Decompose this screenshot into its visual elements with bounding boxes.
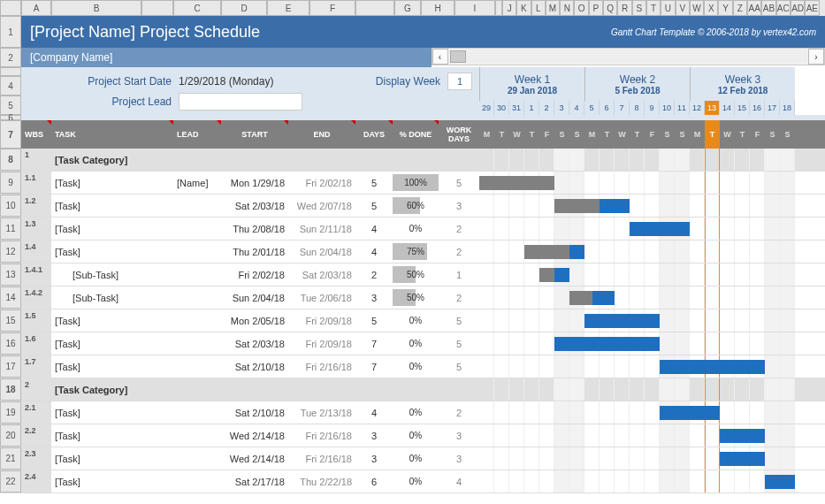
days-cell[interactable]: 5 <box>355 309 393 332</box>
row-number[interactable]: 18 <box>0 378 21 401</box>
header-days[interactable]: DAYS <box>355 120 393 149</box>
col-letter[interactable]: AD <box>791 0 805 16</box>
workdays-cell[interactable]: 3 <box>439 447 479 470</box>
project-lead-input[interactable] <box>179 93 302 111</box>
days-cell[interactable]: 4 <box>355 401 393 424</box>
col-letter[interactable] <box>495 0 502 16</box>
row-number[interactable]: 13 <box>0 263 21 286</box>
done-cell[interactable]: 0% <box>393 424 439 447</box>
col-letter[interactable]: AB <box>761 0 775 16</box>
task-cell[interactable]: [Sub-Task] <box>51 263 173 286</box>
col-letter[interactable]: V <box>676 0 690 16</box>
task-cell[interactable]: [Task] <box>51 447 173 470</box>
workdays-cell[interactable]: 4 <box>439 470 479 493</box>
task-cell[interactable]: [Task] <box>51 355 173 378</box>
row-number[interactable]: 20 <box>0 424 21 447</box>
scroll-right-button[interactable]: › <box>808 49 824 65</box>
row-number[interactable]: 2 <box>0 48 21 67</box>
wbs-cell[interactable]: 2.1 <box>21 401 51 424</box>
col-letter[interactable]: AE <box>805 0 819 16</box>
week-scrollbar[interactable]: ‹ › <box>432 48 826 65</box>
col-letter[interactable]: T <box>646 0 661 16</box>
col-letter[interactable]: R <box>617 0 631 16</box>
task-cell[interactable]: [Task] <box>51 470 173 493</box>
col-letter[interactable]: U <box>661 0 675 16</box>
done-cell[interactable]: 0% <box>393 218 439 240</box>
days-cell[interactable]: 5 <box>355 172 393 194</box>
task-cell[interactable]: [Task] <box>51 332 173 355</box>
start-cell[interactable]: Fri 2/02/18 <box>221 263 288 286</box>
start-cell[interactable]: Thu 2/08/18 <box>221 218 288 240</box>
row-number[interactable]: 21 <box>0 447 21 470</box>
col-letter[interactable]: A <box>21 0 51 16</box>
days-cell[interactable]: 4 <box>355 218 393 240</box>
lead-cell[interactable] <box>173 332 221 355</box>
wbs-cell[interactable]: 2.3 <box>21 447 51 470</box>
end-cell[interactable]: Fri 2/02/18 <box>288 172 355 194</box>
gantt-bar[interactable] <box>765 475 795 489</box>
gantt-bar[interactable] <box>630 222 690 236</box>
col-letter[interactable]: W <box>690 0 704 16</box>
row-number[interactable]: 12 <box>0 241 21 263</box>
header-done[interactable]: % DONE <box>393 120 439 149</box>
days-cell[interactable]: 7 <box>355 332 393 355</box>
col-letter[interactable]: Q <box>603 0 617 16</box>
wbs-cell[interactable]: 1.4.1 <box>21 263 51 286</box>
days-cell[interactable]: 3 <box>355 447 393 470</box>
wbs-cell[interactable]: 1.6 <box>21 332 51 355</box>
workdays-cell[interactable]: 2 <box>439 241 479 263</box>
end-cell[interactable]: Fri 2/09/18 <box>288 332 355 355</box>
col-letter[interactable]: K <box>516 0 531 16</box>
gantt-bar[interactable] <box>720 452 765 466</box>
col-letter[interactable]: B <box>51 0 141 16</box>
task-cell[interactable]: [Task Category] <box>51 149 173 171</box>
done-cell[interactable]: 0% <box>393 401 439 424</box>
row-number[interactable]: 19 <box>0 401 21 424</box>
lead-cell[interactable] <box>173 309 221 332</box>
header-start[interactable]: START <box>221 120 288 149</box>
start-cell[interactable]: Sat 2/03/18 <box>221 195 288 217</box>
gantt-bar[interactable] <box>660 406 720 420</box>
col-letter[interactable]: L <box>531 0 546 16</box>
col-letter[interactable]: I <box>455 0 495 16</box>
col-letter[interactable]: F <box>309 0 355 16</box>
days-cell[interactable]: 2 <box>355 263 393 286</box>
lead-cell[interactable]: [Name] <box>173 172 221 194</box>
row-number[interactable]: 17 <box>0 355 21 378</box>
row-number[interactable]: 11 <box>0 218 21 240</box>
start-cell[interactable]: Mon 2/05/18 <box>221 309 288 332</box>
end-cell[interactable]: Fri 2/09/18 <box>288 309 355 332</box>
col-letter[interactable]: O <box>574 0 588 16</box>
lead-cell[interactable] <box>173 241 221 263</box>
lead-cell[interactable] <box>173 263 221 286</box>
task-cell[interactable]: [Task] <box>51 195 173 217</box>
row-number[interactable]: 1 <box>0 16 21 48</box>
gantt-bar[interactable] <box>720 429 765 443</box>
col-letter[interactable]: G <box>394 0 421 16</box>
row-number[interactable]: 7 <box>0 120 21 149</box>
task-cell[interactable]: [Task] <box>51 309 173 332</box>
task-cell[interactable]: [Sub-Task] <box>51 286 173 309</box>
done-cell[interactable]: 0% <box>393 470 439 493</box>
col-letter[interactable]: S <box>632 0 646 16</box>
col-letter[interactable]: AC <box>776 0 791 16</box>
task-cell[interactable]: [Task] <box>51 172 173 194</box>
gantt-bar[interactable] <box>569 291 615 305</box>
workdays-cell[interactable]: 5 <box>439 309 479 332</box>
row-number[interactable]: 15 <box>0 309 21 332</box>
days-cell[interactable]: 6 <box>355 470 393 493</box>
wbs-cell[interactable]: 1.4 <box>21 241 51 263</box>
task-cell[interactable]: [Task] <box>51 401 173 424</box>
row-number[interactable]: 10 <box>0 195 21 217</box>
end-cell[interactable]: Fri 2/16/18 <box>288 447 355 470</box>
col-letter[interactable]: Y <box>718 0 732 16</box>
lead-cell[interactable] <box>173 470 221 493</box>
days-cell[interactable]: 3 <box>355 424 393 447</box>
wbs-cell[interactable]: 1.1 <box>21 172 51 194</box>
done-cell[interactable]: 0% <box>393 447 439 470</box>
done-cell[interactable]: 0% <box>393 332 439 355</box>
start-cell[interactable]: Sat 2/17/18 <box>221 470 288 493</box>
row-number[interactable]: 8 <box>0 149 21 171</box>
days-cell[interactable]: 5 <box>355 195 393 217</box>
task-cell[interactable]: [Task] <box>51 241 173 263</box>
